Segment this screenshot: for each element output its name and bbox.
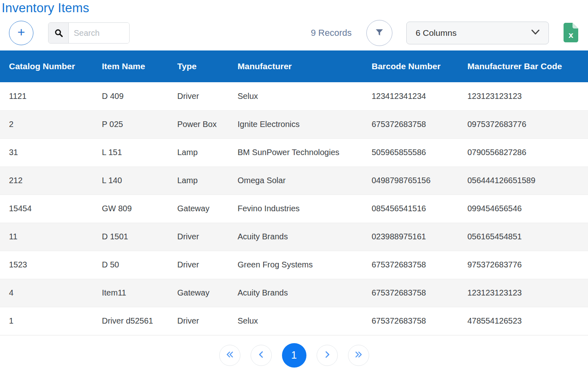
table-cell: 505965855586: [363, 138, 458, 166]
table-cell: GW 809: [93, 195, 168, 223]
table-row[interactable]: 15454GW 809GatewayFevino Industries08545…: [0, 195, 588, 223]
table-cell: Selux: [229, 307, 363, 335]
table-cell: Lamp: [168, 166, 229, 195]
table-cell: 11: [0, 223, 93, 251]
table-cell: 1523: [0, 251, 93, 279]
table-cell: Selux: [229, 82, 363, 110]
header-row: Catalog NumberItem NameTypeManufacturerB…: [0, 50, 588, 82]
table-cell: Fevino Industries: [229, 195, 363, 223]
column-header[interactable]: Item Name: [93, 50, 168, 82]
table-cell: Item11: [93, 279, 168, 307]
plus-icon: +: [18, 26, 25, 39]
table-cell: 15454: [0, 195, 93, 223]
table-cell: Gateway: [168, 279, 229, 307]
filter-icon: [374, 27, 385, 39]
next-page-button[interactable]: [317, 345, 338, 366]
table-cell: 085456541516: [363, 195, 458, 223]
table-cell: Driver d52561: [93, 307, 168, 335]
table-cell: 2: [0, 110, 93, 138]
last-page-button[interactable]: [348, 345, 369, 366]
table-row[interactable]: 31L 151LampBM SunPower Technologies50596…: [0, 138, 588, 166]
column-header[interactable]: Catalog Number: [0, 50, 93, 82]
toolbar: + 9 Records 6 Columns: [0, 20, 588, 46]
table-row[interactable]: 212L 140LampOmega Solar04987987651560564…: [0, 166, 588, 195]
next-page-icon: [324, 350, 331, 360]
table-cell: 31: [0, 138, 93, 166]
table-cell: Lamp: [168, 138, 229, 166]
table-cell: D 1501: [93, 223, 168, 251]
table-cell: 675372683758: [363, 307, 458, 335]
table-cell: 4: [0, 279, 93, 307]
table-cell: 975372683776: [458, 251, 588, 279]
table-cell: Green Frog Systems: [229, 251, 363, 279]
table-cell: Acuity Brands: [229, 223, 363, 251]
chevron-down-icon: [531, 28, 540, 38]
table-cell: 675372683758: [363, 251, 458, 279]
table-cell: 023988975161: [363, 223, 458, 251]
table-cell: 123123123123: [458, 279, 588, 307]
table-row[interactable]: 1523D 50DriverGreen Frog Systems67537268…: [0, 251, 588, 279]
table-row[interactable]: 4Item11GatewayAcuity Brands6753726837581…: [0, 279, 588, 307]
table-cell: 123123123123: [458, 82, 588, 110]
table-cell: Power Box: [168, 110, 229, 138]
table-cell: 478554126523: [458, 307, 588, 335]
table-cell: 099454656546: [458, 195, 588, 223]
page-title: Inventory Items: [2, 1, 588, 15]
svg-text:x: x: [568, 30, 573, 39]
pagination: 1: [0, 343, 588, 368]
export-excel-button[interactable]: x: [564, 23, 578, 44]
table-body: 1121D 409DriverSelux12341234123412312312…: [0, 82, 588, 335]
excel-file-icon: x: [564, 23, 578, 44]
table-cell: Gateway: [168, 195, 229, 223]
table-cell: Driver: [168, 82, 229, 110]
table-cell: Acuity Brands: [229, 279, 363, 307]
inventory-items-page: Inventory Items + 9 Records 6 Columns: [0, 0, 588, 370]
table-cell: D 409: [93, 82, 168, 110]
previous-page-button[interactable]: [251, 345, 272, 366]
table-cell: 675372683758: [363, 279, 458, 307]
filter-button[interactable]: [366, 20, 392, 46]
table-cell: P 025: [93, 110, 168, 138]
table-row[interactable]: 11D 1501DriverAcuity Brands0239889751610…: [0, 223, 588, 251]
page-number-button[interactable]: 1: [282, 343, 306, 368]
table-row[interactable]: 2P 025Power BoxIgnite Electronics6753726…: [0, 110, 588, 138]
table-cell: Omega Solar: [229, 166, 363, 195]
table-row[interactable]: 1121D 409DriverSelux12341234123412312312…: [0, 82, 588, 110]
table-cell: Ignite Electronics: [229, 110, 363, 138]
table-cell: Driver: [168, 223, 229, 251]
table-cell: 0975372683776: [458, 110, 588, 138]
table-cell: 1: [0, 307, 93, 335]
last-page-icon: [354, 350, 363, 360]
table-cell: Driver: [168, 307, 229, 335]
records-count: 9 Records: [311, 28, 352, 38]
search-icon: [48, 23, 69, 43]
table-cell: 675372683758: [363, 110, 458, 138]
table-cell: BM SunPower Technologies: [229, 138, 363, 166]
table-row[interactable]: 1Driver d52561DriverSelux675372683758478…: [0, 307, 588, 335]
columns-select-value: 6 Columns: [416, 28, 456, 38]
table-cell: 056165454851: [458, 223, 588, 251]
first-page-button[interactable]: [219, 345, 240, 366]
table-cell: 0498798765156: [363, 166, 458, 195]
table-cell: 1121: [0, 82, 93, 110]
table-cell: Driver: [168, 251, 229, 279]
table-cell: 056444126651589: [458, 166, 588, 195]
column-header[interactable]: Barcode Number: [363, 50, 458, 82]
table-cell: D 50: [93, 251, 168, 279]
table-cell: 0790556827286: [458, 138, 588, 166]
column-header[interactable]: Manufacturer: [229, 50, 363, 82]
table-header: Catalog NumberItem NameTypeManufacturerB…: [0, 50, 588, 82]
table-cell: 123412341234: [363, 82, 458, 110]
previous-page-icon: [258, 350, 265, 360]
add-item-button[interactable]: +: [9, 21, 33, 45]
columns-select[interactable]: 6 Columns: [406, 22, 549, 44]
table-cell: L 151: [93, 138, 168, 166]
inventory-table: Catalog NumberItem NameTypeManufacturerB…: [0, 50, 588, 335]
table-cell: 212: [0, 166, 93, 195]
column-header[interactable]: Manufacturer Bar Code: [458, 50, 588, 82]
search-group: [48, 22, 130, 44]
table-cell: L 140: [93, 166, 168, 195]
current-page-label: 1: [291, 349, 297, 361]
search-input[interactable]: [69, 23, 129, 43]
column-header[interactable]: Type: [168, 50, 229, 82]
